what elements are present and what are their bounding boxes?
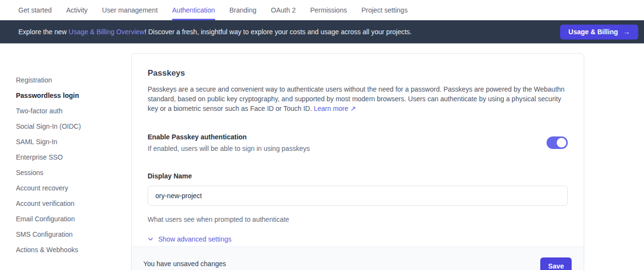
external-link-icon: ↗ xyxy=(350,105,356,112)
section-description-text: Passkeys are a secure and convenient way… xyxy=(148,85,564,112)
sidebar-item-account-verification[interactable]: Account verification xyxy=(16,196,131,211)
sidebar-item-two-factor-auth[interactable]: Two-factor auth xyxy=(16,103,131,119)
sidebar-item-saml-sign-in[interactable]: SAML Sign-In xyxy=(16,134,131,149)
nav-tab-label: Branding xyxy=(230,6,257,14)
usage-billing-button-label: Usage & Billing xyxy=(568,28,618,36)
passkeys-card-body: Passkeys Passkeys are a secure and conve… xyxy=(132,54,584,244)
sidebar-item-social-sign-in-oidc[interactable]: Social Sign-In (OIDC) xyxy=(16,119,131,134)
banner-text-after: ! Discover a fresh, insightful way to ex… xyxy=(144,28,411,36)
nav-tab-label: Get started xyxy=(18,6,52,14)
sidebar-item-label: Actions & Webhooks xyxy=(16,246,78,254)
nav-tab-activity[interactable]: Activity xyxy=(66,0,87,20)
sidebar-item-account-recovery[interactable]: Account recovery xyxy=(16,180,131,196)
display-name-helper: What users see when prompted to authenti… xyxy=(148,216,568,223)
enable-passkey-label: Enable Passkey authentication xyxy=(148,131,310,143)
sidebar-item-actions-webhooks[interactable]: Actions & Webhooks xyxy=(16,242,131,257)
main-area: Registration Passwordless login Two-fact… xyxy=(0,43,644,270)
nav-tab-label: OAuth 2 xyxy=(271,6,296,14)
banner-text-before: Explore the new xyxy=(18,28,69,36)
chevron-down-icon xyxy=(148,236,153,242)
section-description: Passkeys are a secure and convenient way… xyxy=(148,84,568,113)
announcement-banner: Explore the new Usage & Billing Overview… xyxy=(0,20,644,43)
sidebar-item-label: Social Sign-In (OIDC) xyxy=(16,122,81,130)
enable-passkey-toggle[interactable] xyxy=(547,136,568,149)
enable-passkey-row: Enable Passkey authentication If enabled… xyxy=(148,131,568,154)
sidebar-item-sms-configuration[interactable]: SMS Configuration xyxy=(16,227,131,242)
save-button[interactable]: Save xyxy=(540,257,572,270)
show-advanced-settings-label: Show advanced settings xyxy=(158,235,232,243)
card-footer: You have unsaved changes Save xyxy=(132,246,584,270)
display-name-label: Display Name xyxy=(148,172,568,180)
sidebar-item-passwordless-login[interactable]: Passwordless login xyxy=(16,88,131,103)
sidebar-item-label: Two-factor auth xyxy=(16,107,63,115)
sidebar-item-label: SAML Sign-In xyxy=(16,138,57,146)
sidebar-item-label: Enterprise SSO xyxy=(16,153,63,161)
sidebar-item-label: Account recovery xyxy=(16,184,68,192)
nav-tab-label: User management xyxy=(102,6,158,14)
unsaved-changes-status: You have unsaved changes xyxy=(143,259,226,270)
banner-message: Explore the new Usage & Billing Overview… xyxy=(18,28,412,36)
toggle-knob xyxy=(557,138,566,148)
nav-tab-permissions[interactable]: Permissions xyxy=(310,0,347,20)
passkeys-card: Passkeys Passkeys are a secure and conve… xyxy=(131,53,584,270)
nav-tab-branding[interactable]: Branding xyxy=(230,0,257,20)
nav-tab-get-started[interactable]: Get started xyxy=(18,0,52,20)
arrow-right-icon: → xyxy=(623,28,630,36)
sidebar-item-enterprise-sso[interactable]: Enterprise SSO xyxy=(16,149,131,165)
sidebar-item-sessions[interactable]: Sessions xyxy=(16,165,131,180)
sidebar-item-label: Passwordless login xyxy=(16,92,79,99)
sidebar-item-registration[interactable]: Registration xyxy=(16,72,131,88)
sidebar-item-label: SMS Configuration xyxy=(16,230,73,238)
nav-tab-user-management[interactable]: User management xyxy=(102,0,158,20)
usage-billing-button[interactable]: Usage & Billing → xyxy=(560,25,638,40)
top-nav: Get started Activity User management Aut… xyxy=(0,0,644,20)
settings-sidebar: Registration Passwordless login Two-fact… xyxy=(0,43,131,257)
sidebar-item-label: Registration xyxy=(16,76,52,84)
nav-tab-label: Project settings xyxy=(361,6,408,14)
show-advanced-settings[interactable]: Show advanced settings xyxy=(148,235,232,243)
learn-more-link[interactable]: Learn more ↗ xyxy=(314,105,356,112)
display-name-field: Display Name What users see when prompte… xyxy=(148,172,568,223)
section-title: Passkeys xyxy=(148,68,568,78)
nav-tab-label: Authentication xyxy=(172,6,215,14)
nav-tab-label: Permissions xyxy=(310,6,347,14)
nav-tab-oauth-2[interactable]: OAuth 2 xyxy=(271,0,296,20)
enable-passkey-description: If enabled, users will be able to sign i… xyxy=(148,143,310,154)
nav-tab-label: Activity xyxy=(66,6,87,14)
sidebar-item-label: Sessions xyxy=(16,169,43,176)
sidebar-item-label: Email Configuration xyxy=(16,215,75,223)
nav-tab-project-settings[interactable]: Project settings xyxy=(361,0,408,20)
display-name-input[interactable] xyxy=(148,186,568,206)
enable-passkey-texts: Enable Passkey authentication If enabled… xyxy=(148,131,310,154)
sidebar-item-label: Account verification xyxy=(16,200,74,207)
nav-tab-authentication[interactable]: Authentication xyxy=(172,0,215,20)
usage-billing-overview-link[interactable]: Usage & Billing Overview xyxy=(69,28,144,36)
learn-more-label: Learn more xyxy=(314,105,348,112)
sidebar-item-email-configuration[interactable]: Email Configuration xyxy=(16,211,131,227)
